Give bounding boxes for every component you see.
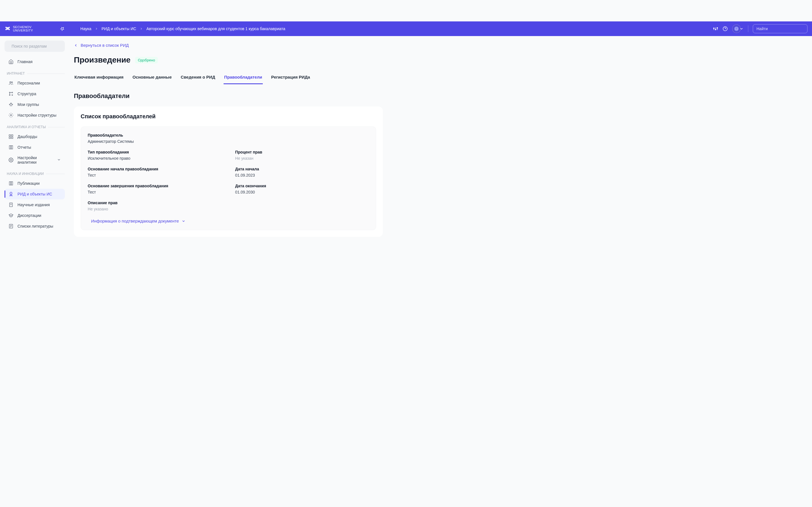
- chevron-down-icon: [182, 219, 186, 223]
- divider: [748, 25, 748, 32]
- sidebar-item-structure-settings[interactable]: Настройки структуры: [4, 110, 65, 121]
- rights-holders-card: Список правообладателей Правообладатель …: [74, 107, 383, 237]
- chevron-right-icon: [140, 27, 143, 31]
- svg-rect-34: [11, 137, 13, 138]
- field-label: Основание начала правообладания: [88, 167, 221, 171]
- journal-icon: [8, 202, 13, 207]
- field-label: Описание прав: [88, 201, 369, 205]
- field-label: Процент прав: [235, 150, 369, 154]
- svg-point-20: [11, 82, 13, 83]
- field-label: Дата окончания: [235, 184, 369, 188]
- rights-holder-item: Правообладатель Администратор Системы Ти…: [81, 126, 376, 230]
- main-content: Вернуться в список РИД Произведение Одоб…: [69, 36, 388, 244]
- sidebar-item-reports[interactable]: Отчеты: [4, 142, 65, 153]
- pin-icon[interactable]: [60, 26, 64, 31]
- logo[interactable]: SECHENOV UNIVERSITY: [4, 25, 33, 32]
- svg-point-4: [8, 29, 10, 30]
- tabs: Ключевая информация Основные данные Свед…: [74, 72, 383, 84]
- sliders-icon[interactable]: [713, 26, 718, 31]
- svg-point-21: [9, 92, 10, 93]
- global-search-input[interactable]: [756, 26, 806, 31]
- header-actions: [713, 24, 808, 33]
- document-info-toggle[interactable]: Информация о подтверждающем документе: [91, 219, 186, 223]
- list-icon: [8, 224, 13, 229]
- tab-registration[interactable]: Регистрация РИДа: [271, 72, 311, 84]
- sidebar-item-personnel[interactable]: Персоналии: [4, 78, 65, 89]
- sidebar: Главная ИНТРАНЕТ Персоналии Структура Мо…: [0, 36, 69, 244]
- svg-point-35: [10, 159, 12, 161]
- groups-icon: [8, 102, 13, 107]
- svg-point-36: [10, 192, 12, 194]
- sidebar-item-rid[interactable]: РИД и объекты ИС: [4, 189, 65, 200]
- breadcrumb-item[interactable]: Наука: [80, 26, 91, 31]
- svg-point-27: [10, 103, 11, 104]
- svg-point-14: [735, 27, 738, 31]
- field-value: Исключительное право: [88, 156, 221, 161]
- sidebar-item-groups[interactable]: Мои группы: [4, 99, 65, 110]
- sidebar-item-structure[interactable]: Структура: [4, 89, 65, 99]
- svg-point-22: [12, 92, 13, 93]
- tab-main-data[interactable]: Основные данные: [132, 72, 172, 84]
- card-title: Список правообладателей: [81, 113, 376, 120]
- field-value: Тест: [88, 173, 221, 177]
- dashboard-icon: [8, 134, 13, 139]
- sidebar-item-label: Диссертации: [17, 213, 41, 218]
- svg-point-9: [715, 29, 716, 30]
- sidebar-item-bibliography[interactable]: Списки литературы: [4, 221, 65, 231]
- sidebar-section-label: НАУКА И ИННОВАЦИИ: [7, 172, 65, 176]
- sidebar-section-label: ИНТРАНЕТ: [7, 71, 65, 75]
- sidebar-item-home[interactable]: Главная: [4, 56, 65, 67]
- sidebar-item-label: Научные издания: [17, 203, 50, 207]
- svg-point-0: [6, 27, 9, 30]
- breadcrumb: Наука РИД и объекты ИС Авторский курс об…: [80, 26, 285, 31]
- sidebar-item-dissertations[interactable]: Диссертации: [4, 210, 65, 221]
- award-icon: [8, 191, 13, 196]
- sidebar-search[interactable]: [4, 41, 65, 52]
- sidebar-item-dashboards[interactable]: Дашборды: [4, 131, 65, 142]
- users-icon: [8, 80, 13, 86]
- gear-icon: [8, 158, 13, 163]
- field-value: 01.09.2023: [235, 173, 369, 177]
- book-icon: [8, 181, 13, 186]
- svg-point-1: [5, 27, 7, 28]
- chevron-down-icon: [57, 158, 61, 163]
- sidebar-section-label: АНАЛИТИКА И ОТЧЕТЫ: [7, 125, 65, 129]
- sidebar-item-analytics-settings[interactable]: Настройки аналитики: [4, 153, 65, 167]
- gear-icon: [8, 113, 13, 118]
- tab-rid-info[interactable]: Сведения о РИД: [180, 72, 216, 84]
- field-label: Основание завершения правообладания: [88, 184, 221, 188]
- structure-icon: [8, 91, 13, 96]
- sidebar-item-label: Настройки аналитики: [17, 156, 53, 165]
- breadcrumb-item[interactable]: Авторский курс обучающих вебинаров для с…: [146, 26, 285, 31]
- global-search[interactable]: [753, 24, 808, 33]
- back-link[interactable]: Вернуться в список РИД: [74, 43, 129, 48]
- svg-point-3: [5, 29, 7, 30]
- field-value: Тест: [88, 190, 221, 194]
- field-label: Дата начала: [235, 167, 369, 171]
- sidebar-item-label: Структура: [17, 92, 36, 96]
- svg-point-19: [10, 82, 11, 83]
- svg-rect-33: [9, 137, 10, 138]
- field-value: Администратор Системы: [88, 139, 369, 144]
- chevron-down-icon[interactable]: [740, 27, 744, 31]
- sidebar-item-label: Публикации: [17, 181, 40, 186]
- logo-icon: [4, 25, 11, 32]
- sidebar-item-label: РИД и объекты ИС: [17, 192, 52, 196]
- svg-point-24: [12, 95, 13, 96]
- search-icon: [8, 44, 9, 48]
- logo-text: SECHENOV UNIVERSITY: [13, 25, 33, 32]
- sidebar-item-journals[interactable]: Научные издания: [4, 200, 65, 210]
- tab-rights-holders[interactable]: Правообладатели: [223, 72, 263, 84]
- field-value: Не указан: [235, 156, 369, 161]
- page-title: Произведение: [74, 55, 131, 64]
- graduation-icon: [8, 213, 13, 218]
- help-icon[interactable]: [723, 26, 728, 31]
- sidebar-search-input[interactable]: [11, 44, 61, 48]
- breadcrumb-item[interactable]: РИД и объекты ИС: [101, 26, 136, 31]
- svg-point-23: [9, 95, 10, 96]
- sidebar-item-publications[interactable]: Публикации: [4, 178, 65, 189]
- tab-key-info[interactable]: Ключевая информация: [74, 72, 124, 84]
- field-value: Не указано: [88, 207, 369, 211]
- section-heading: Правообладатели: [74, 93, 383, 100]
- svg-rect-32: [11, 135, 13, 136]
